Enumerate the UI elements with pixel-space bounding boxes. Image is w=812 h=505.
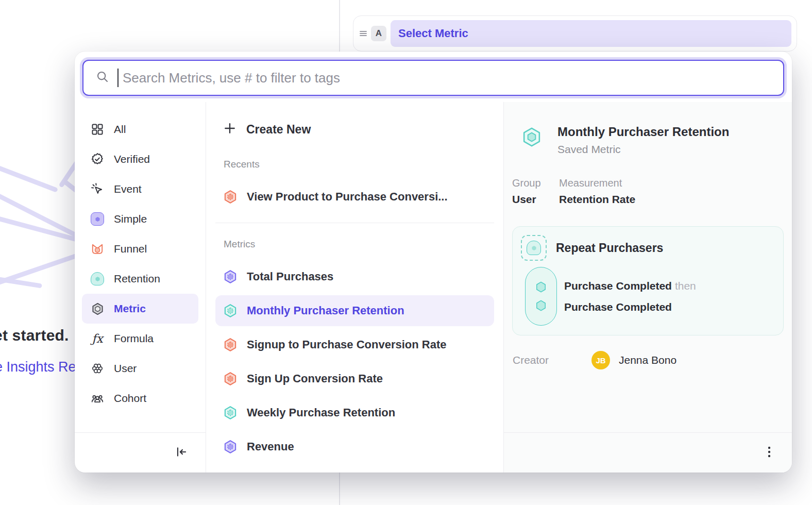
sidebar-item-label: User (114, 362, 137, 375)
list-item-label: Weekly Purchase Retention (247, 406, 395, 419)
search-input[interactable] (122, 70, 771, 87)
select-metric-button[interactable]: Select Metric (391, 20, 791, 47)
background-headline-fragment: et started. (0, 327, 69, 344)
list-item-metric[interactable]: Sign Up Conversion Rate (215, 363, 494, 394)
list-item-metric-selected[interactable]: Monthly Purchaser Retention (215, 295, 494, 326)
event-steps: Purchase Completedthen Purchase Complete… (564, 280, 696, 313)
collapse-left-icon (175, 445, 188, 460)
section-divider (215, 223, 494, 223)
retention-behavior-icon (521, 235, 547, 261)
metric-hexagon-icon (223, 439, 238, 454)
metric-detail-body: Monthly Purchaser Retention Saved Metric… (504, 102, 792, 432)
sidebar-item-label: Simple (114, 213, 147, 225)
event-step-2: Purchase Completed (564, 301, 696, 313)
retention-hexagon-icon (223, 303, 238, 318)
detail-subtitle: Saved Metric (557, 143, 729, 156)
metric-hexagon-icon (90, 301, 105, 316)
creator-row: Creator JB Jenna Bono (513, 351, 784, 369)
list-item-metric[interactable]: Weekly Purchase Retention (215, 397, 494, 428)
metric-list-panel: Create New Recents View Product to Purch… (206, 102, 504, 473)
illustration-line (0, 162, 58, 193)
sidebar-item-label: Verified (114, 153, 150, 165)
funnel-hexagon-icon (223, 371, 238, 386)
sidebar-item-funnel[interactable]: Funnel (82, 234, 198, 264)
search-icon (96, 70, 109, 86)
event-hexagon-icon (534, 280, 548, 294)
verified-badge-icon (90, 152, 105, 166)
search-area (75, 52, 792, 102)
sidebar-item-label: All (114, 123, 126, 136)
saved-metric-hexagon-icon (520, 126, 543, 148)
event-sequence-capsule (525, 267, 557, 326)
list-item-recent-metric[interactable]: View Product to Purchase Conversi... (215, 181, 494, 212)
detail-footer (504, 432, 792, 473)
event-name: Purchase Completed (564, 301, 672, 313)
definition-card-title: Repeat Purchasers (556, 241, 663, 255)
kebab-menu-icon (763, 445, 775, 460)
sidebar-item-all[interactable]: All (82, 114, 198, 144)
detail-header: Monthly Purchaser Retention Saved Metric (520, 125, 784, 156)
retention-hexagon-icon (223, 405, 238, 420)
creator-name: Jenna Bono (619, 354, 676, 366)
measurement-value: Retention Rate (559, 193, 635, 206)
creator-label: Creator (513, 354, 591, 366)
sidebar-item-label: Funnel (114, 243, 147, 255)
step-connector-label: then (675, 280, 696, 292)
retention-metric-icon (90, 272, 105, 286)
query-letter-badge[interactable]: A (371, 26, 386, 41)
metrics-section-label: Metrics (224, 239, 503, 250)
search-box[interactable] (82, 60, 784, 96)
filter-list: All Verified Event (75, 102, 206, 432)
list-item-label: Revenue (247, 440, 294, 453)
filter-sidebar: All Verified Event (75, 102, 206, 473)
event-step-1: Purchase Completedthen (564, 280, 696, 292)
sidebar-item-formula[interactable]: ƒx Formula (82, 324, 198, 354)
saved-metric-definition-card: Repeat Purchasers Purchase Completedthen… (512, 226, 784, 335)
drag-handle-icon[interactable] (358, 28, 369, 39)
event-name: Purchase Completed (564, 280, 672, 292)
sidebar-item-label: Retention (114, 273, 160, 285)
sidebar-item-event[interactable]: Event (82, 174, 198, 204)
create-new-button[interactable]: Create New (215, 117, 494, 141)
plus-icon (223, 121, 237, 138)
sidebar-footer (75, 432, 206, 473)
funnel-hexagon-icon (223, 337, 238, 352)
simple-metric-icon (90, 212, 105, 226)
formula-fx-icon: ƒx (90, 331, 105, 346)
sidebar-item-retention[interactable]: Retention (82, 264, 198, 294)
funnel-metric-icon (90, 242, 105, 256)
sidebar-item-label: Metric (114, 302, 146, 315)
metric-hexagon-icon (223, 269, 238, 284)
create-new-label: Create New (246, 123, 311, 137)
metric-query-card: A Select Metric (353, 15, 797, 52)
detail-fields: Group User Measurement Retention Rate (512, 177, 784, 206)
group-label: Group (512, 177, 559, 189)
sidebar-item-verified[interactable]: Verified (82, 144, 198, 174)
list-item-label: Monthly Purchaser Retention (247, 304, 404, 317)
text-caret (117, 69, 119, 87)
cursor-click-icon (90, 182, 105, 196)
detail-title: Monthly Purchaser Retention (557, 125, 729, 139)
user-cluster-icon (90, 361, 105, 376)
list-item-metric[interactable]: Total Purchases (215, 261, 494, 292)
more-options-button[interactable] (761, 443, 777, 462)
sidebar-item-label: Cohort (114, 392, 146, 405)
sidebar-item-metric[interactable]: Metric (82, 294, 198, 324)
list-item-label: Sign Up Conversion Rate (247, 372, 383, 385)
sidebar-item-cohort[interactable]: Cohort (82, 383, 198, 413)
sidebar-item-simple[interactable]: Simple (82, 204, 198, 234)
list-item-metric[interactable]: Signup to Purchase Conversion Rate (215, 329, 494, 360)
sidebar-item-label: Event (114, 183, 142, 195)
select-metric-label: Select Metric (398, 27, 468, 40)
background-insights-link-fragment[interactable]: e Insights Re (0, 359, 76, 375)
collapse-panel-button[interactable] (173, 443, 190, 462)
funnel-hexagon-icon (223, 189, 238, 205)
list-item-metric[interactable]: Revenue (215, 431, 494, 462)
list-item-label: View Product to Purchase Conversi... (247, 190, 448, 204)
picker-columns: All Verified Event (75, 102, 792, 473)
measurement-label: Measurement (559, 177, 635, 189)
sidebar-item-user[interactable]: User (82, 354, 198, 383)
metric-detail-panel: Monthly Purchaser Retention Saved Metric… (504, 102, 792, 473)
metric-picker-popover: All Verified Event (75, 52, 792, 473)
group-value: User (512, 193, 559, 206)
